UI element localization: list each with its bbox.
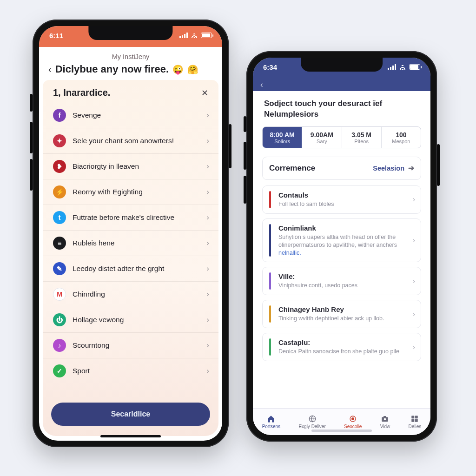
chevron-right-icon: › xyxy=(413,343,415,351)
tab-delies[interactable]: Delies xyxy=(409,415,422,429)
chevron-right-icon: › xyxy=(206,213,209,222)
segment-option[interactable]: 8:00 AMSoliors xyxy=(263,127,302,148)
tab-label: Exgiy Deliver xyxy=(298,424,325,429)
feed-item-link[interactable]: nelnallic. xyxy=(278,250,301,256)
svg-rect-5 xyxy=(383,416,386,417)
feed-item[interactable]: ConimliankSuhytion s uapers altlia with … xyxy=(262,218,421,263)
breadcrumb: My InstiJeny xyxy=(39,53,222,60)
chevron-right-icon: › xyxy=(206,162,209,171)
list-item[interactable]: ≡Rubleis hene› xyxy=(43,230,218,256)
section-title: Corremence xyxy=(269,164,315,173)
feed-item[interactable]: Chinagey Hanb ReyTinking wvltth dephtioe… xyxy=(262,300,421,328)
status-time: 6:11 xyxy=(49,32,63,40)
page-title: ‹ Diclybue any now firee. 😜 🤗 xyxy=(48,63,213,75)
signal-icon xyxy=(179,33,188,38)
segment-option[interactable]: 9.00AMSary xyxy=(302,127,341,148)
page-headline: Sodject touch your desuract їef Nelumple… xyxy=(258,96,426,126)
feed-item[interactable]: Ville:Viniphsuire contt, usedo paces› xyxy=(262,267,421,295)
list-item-label: Chinrdling xyxy=(73,290,105,298)
back-button[interactable]: ‹ xyxy=(48,64,52,75)
bolt-icon: ⚡ xyxy=(53,185,66,198)
segment-label: Mespon xyxy=(382,139,421,144)
svg-rect-7 xyxy=(415,416,418,418)
tab-exgiy-deliver[interactable]: Exgiy Deliver xyxy=(298,415,325,429)
list-item-label: Reorny with Egighting xyxy=(73,188,143,196)
content-sheet: 1, Inarardice. ✕ fSevenge›✦Sele your cha… xyxy=(43,80,218,436)
list-item[interactable]: ♪Scourntong› xyxy=(43,332,218,358)
home-indicator[interactable] xyxy=(311,430,372,432)
close-button[interactable]: ✕ xyxy=(47,47,54,58)
list-item-label: Sport xyxy=(73,367,90,375)
feed-item-title: Conimliank xyxy=(278,224,407,232)
emoji-hug-icon: 🤗 xyxy=(187,64,198,75)
svg-rect-6 xyxy=(412,416,415,418)
spark-icon: ✦ xyxy=(53,134,66,147)
list-item[interactable]: fSevenge› xyxy=(43,103,218,128)
feed-item-subtitle: Suhytion s uapers altlia with head on ol… xyxy=(278,233,407,257)
feed-list: ContaulsFoll lect lo sam bloles›Conimlia… xyxy=(262,185,421,361)
feed-item-subtitle: Foll lect lo sam bloles xyxy=(278,200,407,208)
chevron-right-icon: › xyxy=(206,366,209,376)
list-item[interactable]: tFuttrate before make's clirective› xyxy=(43,205,218,230)
emoji-tongue-icon: 😜 xyxy=(172,64,184,75)
tab-seocolle[interactable]: Seocolle xyxy=(344,415,362,429)
chevron-right-icon: › xyxy=(206,238,209,248)
status-bar: 6:11 xyxy=(39,26,222,45)
battery-icon xyxy=(409,64,420,70)
card-close-button[interactable]: ✕ xyxy=(201,88,208,98)
chevron-right-icon: › xyxy=(206,136,209,145)
feed-item-subtitle: Viniphsuire contt, usedo paces xyxy=(278,282,407,290)
phone-right: 6:34 ‹ Sodject touch your desuract їef N… xyxy=(246,51,437,442)
list-item-label: Hollage vewong xyxy=(73,316,124,324)
primary-cta-button[interactable]: Secarldlice xyxy=(51,403,210,426)
section-action[interactable]: Seelasion ➜ xyxy=(373,164,414,172)
chevron-right-icon: › xyxy=(413,195,415,204)
feed-item-subtitle: Deoica Paitn sanoacise fron she plalte g… xyxy=(278,348,407,356)
back-button[interactable]: ‹ xyxy=(260,80,263,90)
card-title: 1, Inarardice. xyxy=(53,87,110,98)
color-stripe xyxy=(269,191,271,208)
list-item-label: Sele your chant som anowrters! xyxy=(73,137,174,145)
arrow-icon: ➜ xyxy=(408,164,414,172)
color-stripe xyxy=(269,338,271,356)
list-item[interactable]: ✦Sele your chant som anowrters!› xyxy=(43,128,218,153)
list-item-label: Leedoy distet adter the grght xyxy=(73,264,164,273)
bars-icon: ≡ xyxy=(53,237,66,250)
chevron-right-icon: › xyxy=(206,315,209,324)
facebook-icon: f xyxy=(53,109,66,122)
list-item[interactable]: MChinrdling› xyxy=(43,281,218,307)
wifi-icon xyxy=(191,33,198,38)
segment-label: Sary xyxy=(302,139,341,144)
feed-item[interactable]: ContaulsFoll lect lo sam bloles› xyxy=(262,185,421,214)
chevron-right-icon: › xyxy=(206,341,209,350)
segment-value: 9.00AM xyxy=(302,131,341,139)
feed-item-title: Chinagey Hanb Rey xyxy=(278,305,407,313)
list-item-label: Sevenge xyxy=(73,111,101,119)
segment-option[interactable]: 100Mespon xyxy=(381,127,421,148)
chevron-right-icon: › xyxy=(206,290,209,299)
tab-label: Seocolle xyxy=(344,424,362,429)
list-item[interactable]: ⏻Hollage vewong› xyxy=(43,307,218,332)
list-item[interactable]: ⚡Reorny with Egighting› xyxy=(43,179,218,205)
pencil-icon: ✎ xyxy=(53,262,66,275)
phone-left: 6:11 ✕ My InstiJeny ‹ Diclybue any now f… xyxy=(33,20,229,447)
home-indicator[interactable] xyxy=(100,435,161,437)
list-item-label: Scourntong xyxy=(73,341,109,350)
battery-icon xyxy=(201,33,212,38)
segment-option[interactable]: 3.05 MPiteos xyxy=(342,127,381,148)
feed-item-title: Contauls xyxy=(278,191,407,199)
feed-item-title: Ville: xyxy=(278,272,407,280)
chevron-right-icon: › xyxy=(413,236,415,245)
list-item[interactable]: ✓Sport› xyxy=(43,358,218,383)
list-item-label: Biacriorgty in lleaven xyxy=(73,162,139,171)
list-item[interactable]: ✎Leedoy distet adter the grght› xyxy=(43,256,218,281)
status-time: 6:34 xyxy=(263,63,277,71)
mail-icon: M xyxy=(53,288,66,301)
tab-vidw[interactable]: Vidw xyxy=(380,415,390,429)
feed-item[interactable]: Castaplu:Deoica Paitn sanoacise fron she… xyxy=(262,333,421,361)
list-item[interactable]: ❥Biacriorgty in lleaven› xyxy=(43,153,218,179)
time-segment: 8:00 AMSoliors9.00AMSary3.05 MPiteos100M… xyxy=(262,126,421,148)
tab-portsens[interactable]: Portsens xyxy=(262,415,280,429)
menu-list: fSevenge›✦Sele your chant som anowrters!… xyxy=(43,103,218,383)
feed-item-subtitle: Tinking wvltth dephtioel abier ack up ll… xyxy=(278,315,407,323)
